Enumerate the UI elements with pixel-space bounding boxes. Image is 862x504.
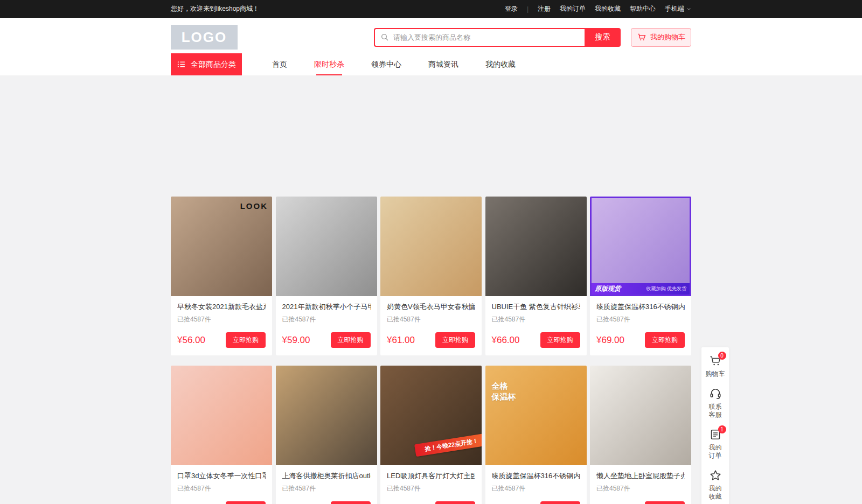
header: LOGO 搜索 我的购物车 [0,18,862,75]
register-link[interactable]: 注册 [538,4,551,13]
product-card[interactable]: 上海客供撤柜奥莱折扣店outlets 已抢4587件 ¥46.00 立即抢购 [276,366,377,504]
product-card[interactable]: UBUIE干鱼 紫色复古针织衫马... 已抢4587件 ¥66.00 立即抢购 [485,197,587,355]
product-image[interactable]: LOOK [171,197,272,296]
product-title[interactable]: 早秋冬女装2021新款毛衣盐系... [177,302,266,312]
buy-now-button[interactable]: 立即抢购 [435,501,475,504]
mobile-version-link[interactable]: 手机端 [665,4,691,13]
search-icon [380,33,389,41]
product-image[interactable] [171,366,272,465]
product-card[interactable]: 懒人坐垫地上卧室屁股垫子办... 已抢4587件 ¥19.90 立即抢购 [590,366,691,504]
buy-now-button[interactable]: 立即抢购 [331,332,371,348]
cart-icon: 0 [709,354,722,367]
image-look-label: LOOK [240,201,268,211]
divider: | [527,5,529,13]
all-categories-button[interactable]: 全部商品分类 [171,53,242,75]
search-box [374,28,585,47]
product-image[interactable] [485,197,587,296]
product-title[interactable]: 口罩3d立体女冬季一次性口罩 [177,471,266,481]
search-button[interactable]: 搜索 [585,28,621,47]
product-card-body: UBUIE干鱼 紫色复古针织衫马... 已抢4587件 ¥66.00 立即抢购 [485,296,587,355]
product-title[interactable]: 2021年新款初秋季小个子马甲... [282,302,371,312]
product-card-body: 早秋冬女装2021新款毛衣盐系... 已抢4587件 ¥56.00 立即抢购 [171,296,272,355]
banner-left-label: 原版现货 [595,284,621,293]
float-service-item[interactable]: 联系 客服 [709,387,722,419]
my-cart-button[interactable]: 我的购物车 [631,28,691,47]
my-orders-link[interactable]: 我的订单 [560,4,586,13]
product-title[interactable]: LED吸顶灯具客厅灯大灯主卧... [387,471,475,481]
cart-icon [637,32,646,42]
product-card-body: 臻质旋盖保温杯316不锈钢内胆... 已抢4587件 ¥29.90 立即抢购 [485,465,587,504]
product-image[interactable] [276,197,377,296]
buy-now-button[interactable]: 立即抢购 [435,332,475,348]
product-card[interactable]: 2021年新款初秋季小个子马甲... 已抢4587件 ¥59.00 立即抢购 [276,197,377,355]
my-favorites-link[interactable]: 我的收藏 [595,4,621,13]
buy-now-button[interactable]: 立即抢购 [540,501,580,504]
product-card[interactable]: 抢！今晚22点开抢！ LED吸顶灯具客厅灯大灯主卧... 已抢4587件 ¥65… [380,366,482,504]
product-sold-count: 已抢4587件 [387,315,475,324]
search-input[interactable] [393,33,579,41]
product-image[interactable] [276,366,377,465]
product-image[interactable] [590,366,691,465]
product-price: ¥69.00 [596,335,624,346]
category-list-icon [177,60,186,69]
product-card[interactable]: 奶黄色V领毛衣马甲女春秋慵懒... 已抢4587件 ¥61.00 立即抢购 [380,197,482,355]
product-image[interactable]: 全格 保温杯 [485,366,587,465]
login-link[interactable]: 登录 [505,4,518,13]
product-card-body: 上海客供撤柜奥莱折扣店outlets 已抢4587件 ¥46.00 立即抢购 [276,465,377,504]
product-grid: LOOK 早秋冬女装2021新款毛衣盐系... 已抢4587件 ¥56.00 立… [171,197,691,504]
product-sold-count: 已抢4587件 [177,315,266,324]
floating-sidebar: 0 购物车 联系 客服 1 我的 订单 我的 收藏 [701,347,729,504]
product-sold-count: 已抢4587件 [282,315,371,324]
nav-flash-sale[interactable]: 限时秒杀 [301,53,358,75]
product-image[interactable]: 抢！今晚22点开抢！ [380,366,482,465]
buy-now-button[interactable]: 立即抢购 [226,501,266,504]
product-image[interactable]: 原版现货 收藏加购 优先发货 [590,197,691,296]
product-card[interactable]: 全格 保温杯 臻质旋盖保温杯316不锈钢内胆... 已抢4587件 ¥29.90… [485,366,587,504]
buy-now-button[interactable]: 立即抢购 [540,332,580,348]
float-item-label: 联系 客服 [709,403,722,419]
product-image[interactable] [380,197,482,296]
product-sold-count: 已抢4587件 [177,484,266,493]
float-item-label: 购物车 [706,370,725,378]
badge-count: 0 [718,352,726,360]
chevron-down-icon [686,6,691,11]
buy-now-button[interactable]: 立即抢购 [331,501,371,504]
product-card-body: 懒人坐垫地上卧室屁股垫子办... 已抢4587件 ¥19.90 立即抢购 [590,465,691,504]
product-title[interactable]: 臻质旋盖保温杯316不锈钢内胆... [492,471,580,481]
buy-now-button[interactable]: 立即抢购 [645,332,685,348]
welcome-text: 您好，欢迎来到likeshop商城！ [171,4,259,13]
product-card[interactable]: 口罩3d立体女冬季一次性口罩 已抢4587件 ¥10.00 立即抢购 [171,366,272,504]
product-card[interactable]: 原版现货 收藏加购 优先发货 臻质旋盖保温杯316不锈钢内胆... 已抢4587… [590,197,691,355]
nav-home[interactable]: 首页 [259,53,301,75]
product-price: ¥56.00 [177,335,205,346]
product-card-body: 口罩3d立体女冬季一次性口罩 已抢4587件 ¥10.00 立即抢购 [171,465,272,504]
nav-mall-news[interactable]: 商城资讯 [415,53,472,75]
product-sold-count: 已抢4587件 [282,484,371,493]
logo[interactable]: LOGO [171,25,238,50]
product-price: ¥66.00 [492,335,520,346]
buy-now-button[interactable]: 立即抢购 [645,501,685,504]
topbar-links: 登录 | 注册 我的订单 我的收藏 帮助中心 手机端 [505,4,691,13]
product-title[interactable]: 臻质旋盖保温杯316不锈钢内胆... [596,302,685,312]
product-card-body: 2021年新款初秋季小个子马甲... 已抢4587件 ¥59.00 立即抢购 [276,296,377,355]
topbar: 您好，欢迎来到likeshop商城！ 登录 | 注册 我的订单 我的收藏 帮助中… [0,0,862,18]
help-center-link[interactable]: 帮助中心 [630,4,656,13]
image-bottom-banner: 原版现货 收藏加购 优先发货 [592,283,690,295]
float-orders-item[interactable]: 1 我的 订单 [709,428,722,460]
product-card[interactable]: LOOK 早秋冬女装2021新款毛衣盐系... 已抢4587件 ¥56.00 立… [171,197,272,355]
product-title[interactable]: 上海客供撤柜奥莱折扣店outlets [282,471,371,481]
product-price: ¥59.00 [282,335,310,346]
product-title[interactable]: 懒人坐垫地上卧室屁股垫子办... [596,471,685,481]
nav-my-favorites[interactable]: 我的收藏 [472,53,529,75]
float-item-label: 我的 订单 [709,444,722,460]
my-cart-label: 我的购物车 [650,32,685,42]
nav-coupon-center[interactable]: 领券中心 [358,53,415,75]
product-title[interactable]: 奶黄色V领毛衣马甲女春秋慵懒... [387,302,475,312]
badge-count: 1 [718,425,726,433]
buy-now-button[interactable]: 立即抢购 [226,332,266,348]
float-cart-item[interactable]: 0 购物车 [706,354,725,378]
float-favorites-item[interactable]: 我的 收藏 [709,469,722,501]
product-card-body: 臻质旋盖保温杯316不锈钢内胆... 已抢4587件 ¥69.00 立即抢购 [590,296,691,355]
all-categories-label: 全部商品分类 [191,60,236,69]
product-title[interactable]: UBUIE干鱼 紫色复古针织衫马... [492,302,580,312]
